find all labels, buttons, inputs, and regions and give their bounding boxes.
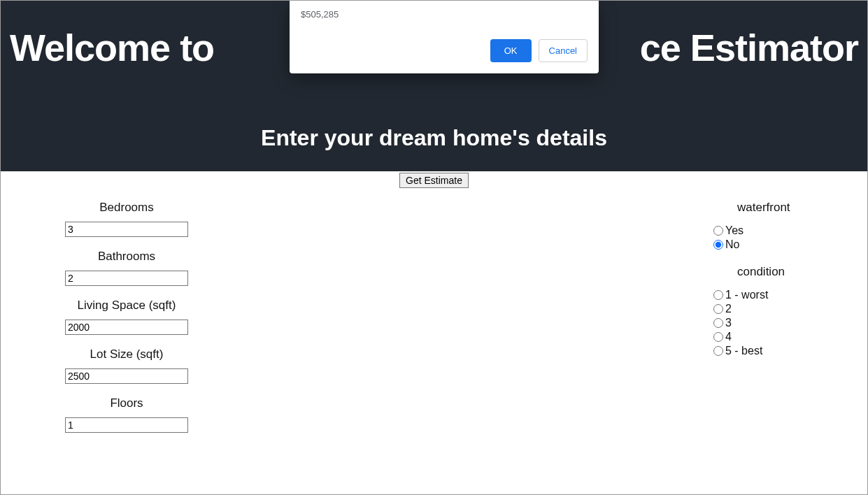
condition-option-3-label: 3 [725, 317, 732, 329]
bedrooms-label: Bedrooms [43, 201, 211, 215]
alert-cancel-button[interactable]: Cancel [539, 39, 588, 62]
condition-option-5-label: 5 - best [725, 345, 762, 357]
condition-label: condition [737, 265, 825, 279]
condition-radio-2[interactable] [713, 304, 723, 314]
condition-option-1[interactable]: 1 - worst [713, 289, 825, 301]
condition-option-1-label: 1 - worst [725, 289, 768, 301]
waterfront-option-no[interactable]: No [713, 238, 825, 251]
floors-label: Floors [43, 396, 211, 410]
waterfront-radio-yes[interactable] [713, 226, 723, 236]
condition-option-5[interactable]: 5 - best [713, 345, 825, 357]
living-space-label: Living Space (sqft) [43, 299, 211, 313]
condition-option-2-label: 2 [725, 303, 732, 315]
condition-radio-3[interactable] [713, 318, 723, 328]
waterfront-option-no-label: No [725, 238, 739, 251]
waterfront-radio-no[interactable] [713, 240, 723, 250]
lot-size-input[interactable] [65, 368, 188, 384]
condition-radio-1[interactable] [713, 290, 723, 300]
waterfront-option-yes[interactable]: Yes [713, 224, 825, 237]
page-title-left: Welcome to [10, 27, 214, 69]
page-title-right: ce Estimator [640, 27, 858, 69]
lot-size-label: Lot Size (sqft) [43, 347, 211, 361]
alert-dialog: $505,285 OK Cancel [290, 1, 599, 73]
condition-radio-4[interactable] [713, 332, 723, 342]
alert-message: $505,285 [301, 9, 588, 20]
condition-radio-5[interactable] [713, 346, 723, 356]
living-space-input[interactable] [65, 320, 188, 335]
waterfront-label: waterfront [737, 201, 825, 215]
page-subtitle: Enter your dream home's details [1, 69, 867, 151]
condition-option-4-label: 4 [725, 331, 732, 343]
alert-ok-button[interactable]: OK [490, 39, 532, 62]
condition-option-2[interactable]: 2 [713, 303, 825, 315]
floors-input[interactable] [65, 417, 188, 433]
waterfront-option-yes-label: Yes [725, 224, 744, 237]
condition-option-4[interactable]: 4 [713, 331, 825, 343]
bathrooms-input[interactable] [65, 271, 188, 286]
condition-option-3[interactable]: 3 [713, 317, 825, 329]
bedrooms-input[interactable] [65, 222, 188, 237]
bathrooms-label: Bathrooms [43, 250, 211, 264]
get-estimate-button[interactable]: Get Estimate [399, 173, 469, 188]
